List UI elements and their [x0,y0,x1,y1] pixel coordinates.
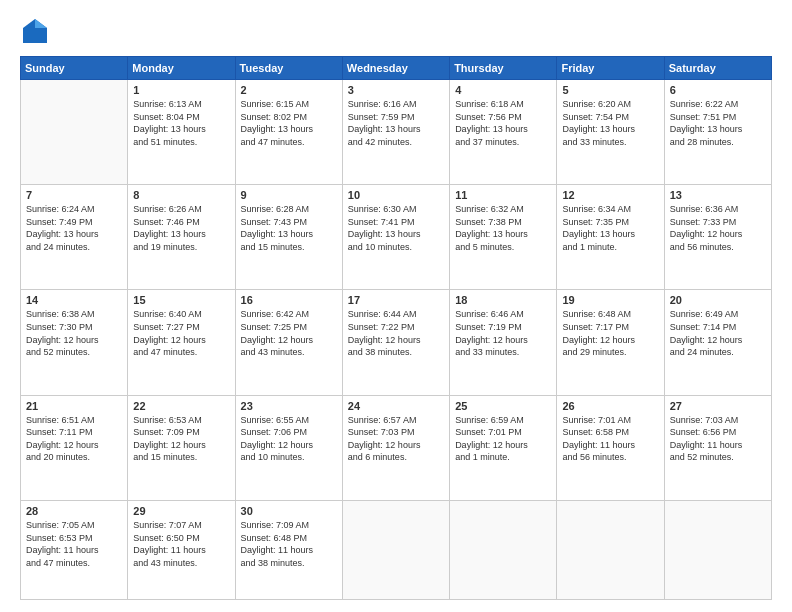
svg-rect-2 [23,28,47,43]
day-cell: 4Sunrise: 6:18 AM Sunset: 7:56 PM Daylig… [450,80,557,185]
header-row: SundayMondayTuesdayWednesdayThursdayFrid… [21,57,772,80]
day-cell: 30Sunrise: 7:09 AM Sunset: 6:48 PM Dayli… [235,500,342,599]
day-info: Sunrise: 6:40 AM Sunset: 7:27 PM Dayligh… [133,308,229,358]
day-info: Sunrise: 6:18 AM Sunset: 7:56 PM Dayligh… [455,98,551,148]
day-cell: 27Sunrise: 7:03 AM Sunset: 6:56 PM Dayli… [664,395,771,500]
day-info: Sunrise: 6:32 AM Sunset: 7:38 PM Dayligh… [455,203,551,253]
week-row-3: 14Sunrise: 6:38 AM Sunset: 7:30 PM Dayli… [21,290,772,395]
day-cell: 11Sunrise: 6:32 AM Sunset: 7:38 PM Dayli… [450,185,557,290]
day-cell: 16Sunrise: 6:42 AM Sunset: 7:25 PM Dayli… [235,290,342,395]
day-number: 17 [348,294,444,306]
day-info: Sunrise: 6:13 AM Sunset: 8:04 PM Dayligh… [133,98,229,148]
day-number: 20 [670,294,766,306]
day-number: 23 [241,400,337,412]
day-info: Sunrise: 7:01 AM Sunset: 6:58 PM Dayligh… [562,414,658,464]
day-number: 10 [348,189,444,201]
svg-marker-1 [35,19,47,28]
day-info: Sunrise: 6:36 AM Sunset: 7:33 PM Dayligh… [670,203,766,253]
week-row-1: 1Sunrise: 6:13 AM Sunset: 8:04 PM Daylig… [21,80,772,185]
col-header-wednesday: Wednesday [342,57,449,80]
day-number: 21 [26,400,122,412]
day-info: Sunrise: 6:34 AM Sunset: 7:35 PM Dayligh… [562,203,658,253]
day-cell: 17Sunrise: 6:44 AM Sunset: 7:22 PM Dayli… [342,290,449,395]
day-number: 15 [133,294,229,306]
day-cell [21,80,128,185]
day-number: 9 [241,189,337,201]
day-cell: 22Sunrise: 6:53 AM Sunset: 7:09 PM Dayli… [128,395,235,500]
day-cell [664,500,771,599]
day-cell [557,500,664,599]
day-number: 14 [26,294,122,306]
day-cell: 14Sunrise: 6:38 AM Sunset: 7:30 PM Dayli… [21,290,128,395]
day-number: 30 [241,505,337,517]
col-header-friday: Friday [557,57,664,80]
week-row-2: 7Sunrise: 6:24 AM Sunset: 7:49 PM Daylig… [21,185,772,290]
day-info: Sunrise: 6:15 AM Sunset: 8:02 PM Dayligh… [241,98,337,148]
day-cell: 24Sunrise: 6:57 AM Sunset: 7:03 PM Dayli… [342,395,449,500]
day-info: Sunrise: 6:57 AM Sunset: 7:03 PM Dayligh… [348,414,444,464]
day-info: Sunrise: 6:46 AM Sunset: 7:19 PM Dayligh… [455,308,551,358]
day-cell: 9Sunrise: 6:28 AM Sunset: 7:43 PM Daylig… [235,185,342,290]
day-number: 2 [241,84,337,96]
day-number: 28 [26,505,122,517]
day-cell: 29Sunrise: 7:07 AM Sunset: 6:50 PM Dayli… [128,500,235,599]
day-number: 26 [562,400,658,412]
day-number: 4 [455,84,551,96]
day-info: Sunrise: 6:55 AM Sunset: 7:06 PM Dayligh… [241,414,337,464]
day-number: 18 [455,294,551,306]
day-cell: 23Sunrise: 6:55 AM Sunset: 7:06 PM Dayli… [235,395,342,500]
day-info: Sunrise: 7:05 AM Sunset: 6:53 PM Dayligh… [26,519,122,569]
day-number: 29 [133,505,229,517]
page: SundayMondayTuesdayWednesdayThursdayFrid… [0,0,792,612]
day-info: Sunrise: 6:24 AM Sunset: 7:49 PM Dayligh… [26,203,122,253]
day-cell: 3Sunrise: 6:16 AM Sunset: 7:59 PM Daylig… [342,80,449,185]
day-info: Sunrise: 6:28 AM Sunset: 7:43 PM Dayligh… [241,203,337,253]
day-info: Sunrise: 6:30 AM Sunset: 7:41 PM Dayligh… [348,203,444,253]
col-header-sunday: Sunday [21,57,128,80]
day-number: 22 [133,400,229,412]
day-cell: 5Sunrise: 6:20 AM Sunset: 7:54 PM Daylig… [557,80,664,185]
header [20,16,772,46]
day-cell: 18Sunrise: 6:46 AM Sunset: 7:19 PM Dayli… [450,290,557,395]
day-info: Sunrise: 6:44 AM Sunset: 7:22 PM Dayligh… [348,308,444,358]
day-info: Sunrise: 6:42 AM Sunset: 7:25 PM Dayligh… [241,308,337,358]
day-info: Sunrise: 7:07 AM Sunset: 6:50 PM Dayligh… [133,519,229,569]
day-cell: 1Sunrise: 6:13 AM Sunset: 8:04 PM Daylig… [128,80,235,185]
day-number: 5 [562,84,658,96]
day-info: Sunrise: 6:22 AM Sunset: 7:51 PM Dayligh… [670,98,766,148]
day-number: 1 [133,84,229,96]
week-row-4: 21Sunrise: 6:51 AM Sunset: 7:11 PM Dayli… [21,395,772,500]
week-row-5: 28Sunrise: 7:05 AM Sunset: 6:53 PM Dayli… [21,500,772,599]
day-cell: 7Sunrise: 6:24 AM Sunset: 7:49 PM Daylig… [21,185,128,290]
day-cell [450,500,557,599]
day-cell: 26Sunrise: 7:01 AM Sunset: 6:58 PM Dayli… [557,395,664,500]
day-cell: 10Sunrise: 6:30 AM Sunset: 7:41 PM Dayli… [342,185,449,290]
day-cell: 12Sunrise: 6:34 AM Sunset: 7:35 PM Dayli… [557,185,664,290]
day-info: Sunrise: 6:16 AM Sunset: 7:59 PM Dayligh… [348,98,444,148]
col-header-monday: Monday [128,57,235,80]
day-number: 7 [26,189,122,201]
day-number: 16 [241,294,337,306]
day-info: Sunrise: 7:09 AM Sunset: 6:48 PM Dayligh… [241,519,337,569]
day-cell: 28Sunrise: 7:05 AM Sunset: 6:53 PM Dayli… [21,500,128,599]
day-number: 25 [455,400,551,412]
calendar: SundayMondayTuesdayWednesdayThursdayFrid… [20,56,772,600]
logo-icon [20,16,50,46]
day-cell: 15Sunrise: 6:40 AM Sunset: 7:27 PM Dayli… [128,290,235,395]
day-number: 13 [670,189,766,201]
day-info: Sunrise: 6:48 AM Sunset: 7:17 PM Dayligh… [562,308,658,358]
day-info: Sunrise: 7:03 AM Sunset: 6:56 PM Dayligh… [670,414,766,464]
day-number: 6 [670,84,766,96]
day-cell: 19Sunrise: 6:48 AM Sunset: 7:17 PM Dayli… [557,290,664,395]
day-cell: 8Sunrise: 6:26 AM Sunset: 7:46 PM Daylig… [128,185,235,290]
day-info: Sunrise: 6:59 AM Sunset: 7:01 PM Dayligh… [455,414,551,464]
day-info: Sunrise: 6:26 AM Sunset: 7:46 PM Dayligh… [133,203,229,253]
day-cell: 20Sunrise: 6:49 AM Sunset: 7:14 PM Dayli… [664,290,771,395]
day-number: 19 [562,294,658,306]
day-cell [342,500,449,599]
day-cell: 2Sunrise: 6:15 AM Sunset: 8:02 PM Daylig… [235,80,342,185]
day-cell: 25Sunrise: 6:59 AM Sunset: 7:01 PM Dayli… [450,395,557,500]
day-number: 27 [670,400,766,412]
day-cell: 13Sunrise: 6:36 AM Sunset: 7:33 PM Dayli… [664,185,771,290]
day-number: 24 [348,400,444,412]
